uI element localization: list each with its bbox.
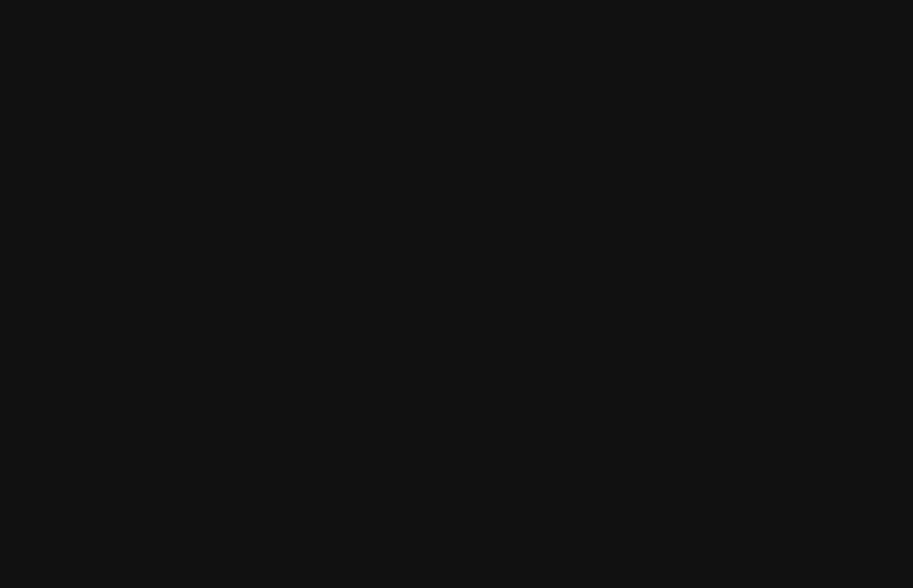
connector-lines [0,0,913,588]
chart-container [0,0,913,588]
